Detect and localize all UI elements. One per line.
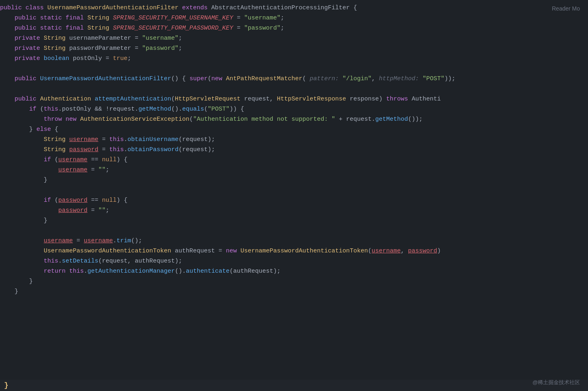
- code-line: [0, 64, 588, 74]
- code-editor: Reader Mo public class UsernamePasswordA…: [0, 0, 588, 391]
- code-line: String username = this.obtainUsername(re…: [0, 135, 588, 145]
- status-bar: }: [0, 380, 588, 391]
- code-line: [0, 186, 588, 196]
- code-line: } else {: [0, 125, 588, 135]
- code-line: throw new AuthenticationServiceException…: [0, 115, 588, 125]
- code-line: username = username.trim();: [0, 236, 588, 246]
- code-line: this.setDetails(request, authRequest);: [0, 256, 588, 267]
- watermark: @稀土掘金技术社区: [533, 378, 580, 387]
- code-line: }: [0, 277, 588, 287]
- code-line: return this.getAuthenticationManager().a…: [0, 267, 588, 277]
- code-line: private String usernameParameter = "user…: [0, 34, 588, 44]
- code-line: private String passwordParameter = "pass…: [0, 44, 588, 54]
- code-line: [0, 226, 588, 236]
- code-line: if (this.postOnly && !request.getMethod(…: [0, 105, 588, 115]
- code-line: public Authentication attemptAuthenticat…: [0, 94, 588, 105]
- code-line: }: [0, 175, 588, 186]
- code-line: UsernamePasswordAuthenticationToken auth…: [0, 246, 588, 256]
- code-line: username = "";: [0, 165, 588, 175]
- code-line: public static final String SPRING_SECURI…: [0, 24, 588, 34]
- code-line: password = "";: [0, 206, 588, 216]
- code-line: if (password == null) {: [0, 196, 588, 206]
- code-line: [0, 84, 588, 94]
- code-content: public class UsernamePasswordAuthenticat…: [0, 0, 588, 297]
- code-line: if (username == null) {: [0, 155, 588, 165]
- closing-brace: }: [4, 380, 8, 391]
- code-line: String password = this.obtainPassword(re…: [0, 145, 588, 155]
- code-line: }: [0, 216, 588, 226]
- code-line: }: [0, 287, 588, 297]
- code-line: public static final String SPRING_SECURI…: [0, 13, 588, 24]
- reader-mode-label: Reader Mo: [552, 4, 580, 13]
- code-line: private boolean postOnly = true;: [0, 54, 588, 64]
- code-line: public class UsernamePasswordAuthenticat…: [0, 3, 588, 13]
- code-line: public UsernamePasswordAuthenticationFil…: [0, 74, 588, 84]
